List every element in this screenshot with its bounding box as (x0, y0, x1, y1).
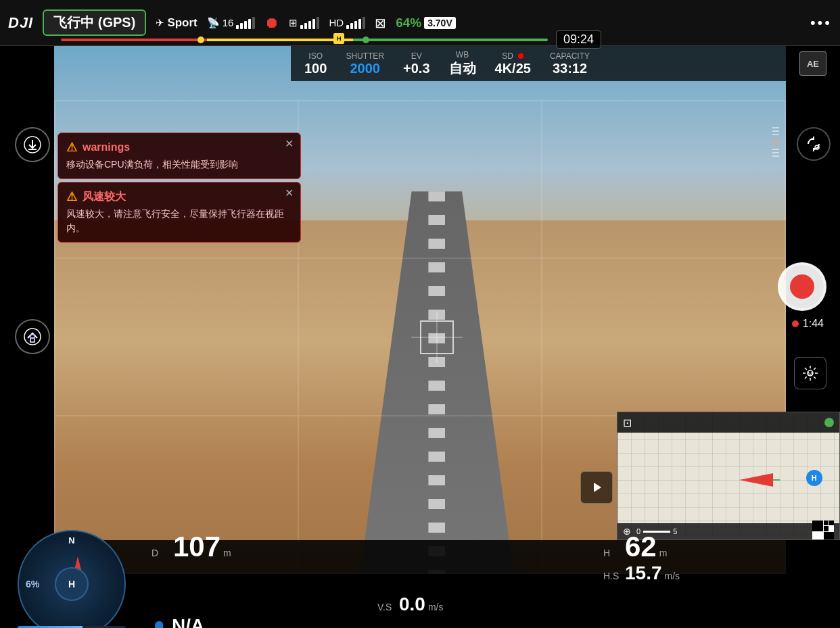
land-button[interactable] (15, 127, 50, 162)
exp-tick (772, 152, 779, 153)
battery-indicator: 64% 3.70V (396, 16, 456, 30)
warning-panel-2: ⚠ 风速较大 风速较大，请注意飞行安全，尽量保持飞行器在视距内。 ✕ (57, 182, 301, 243)
hd-indicator: HD (329, 17, 365, 29)
warning-close-1[interactable]: ✕ (285, 137, 294, 150)
record-dot-indicator (792, 320, 799, 327)
exp-tick (772, 134, 779, 135)
return-home-icon (23, 327, 42, 346)
distance-display: D 107 m (151, 533, 364, 561)
map-expand-button[interactable]: ⊡ (623, 416, 632, 429)
exp-tick (772, 127, 779, 128)
ev-value: +0.3 (403, 61, 429, 76)
altitude-value: 62 (625, 533, 657, 561)
sport-drone-icon: ✈ (156, 17, 164, 29)
return-home-button[interactable] (15, 319, 50, 354)
warning-title-1: ⚠ warnings (66, 140, 292, 155)
battery-percent: 64% (396, 16, 421, 30)
time-display: 09:24 (556, 30, 601, 49)
sport-mode-label: Sport (167, 16, 197, 30)
wb-value: 自动 (449, 59, 476, 78)
iso-value: 100 (304, 61, 327, 76)
settings-button[interactable]: M (794, 357, 826, 389)
shutter-display[interactable]: SHUTTER 2000 (346, 51, 384, 76)
svg-marker-10 (594, 483, 601, 492)
warning-icon-2: ⚠ (66, 189, 77, 204)
right-controls-top (797, 127, 831, 161)
camera-switch-icon (805, 135, 822, 153)
warning-panel-1: ⚠ warnings 移动设备CPU满负荷，相关性能受到影响 ✕ (57, 132, 301, 179)
battery-voltage: 3.70V (424, 17, 456, 29)
gimbal-indicator: ⊞ (289, 17, 319, 29)
person-icon: 👤 (151, 621, 166, 628)
shutter-value: 2000 (350, 61, 380, 76)
record-button[interactable] (778, 262, 826, 311)
recording-indicator: ⏺ (264, 14, 279, 32)
mode-symbol: ⊠ (375, 15, 386, 31)
distance-label: D (151, 548, 170, 558)
timeline: H 09:24 (61, 30, 601, 49)
ev-label: EV (411, 51, 422, 61)
person-value: N/A (172, 617, 204, 628)
exp-tick (772, 155, 779, 157)
map-gps-indicator (824, 418, 834, 427)
ev-display[interactable]: EV +0.3 (403, 51, 429, 76)
iso-display[interactable]: ISO 100 (304, 51, 327, 76)
exposure-bar (771, 127, 780, 157)
signal-indicator: 📡 16 (207, 17, 256, 29)
warning-title-2: ⚠ 风速较大 (66, 189, 292, 204)
capacity-value: 33:12 (553, 61, 587, 76)
playback-button[interactable] (580, 471, 613, 504)
warning-container: ⚠ warnings 移动设备CPU满负荷，相关性能受到影响 ✕ ⚠ 风速较大 … (57, 132, 301, 243)
gimbal-icon: ⊞ (289, 17, 298, 29)
camera-switch-button[interactable] (797, 127, 831, 161)
distance-unit: m (223, 548, 231, 558)
signal-icon: 📡 (207, 17, 220, 29)
camera-bar: ISO 100 SHUTTER 2000 EV +0.3 WB 自动 SD 4K… (291, 46, 840, 81)
hs-label: H.S (603, 571, 622, 581)
svg-point-7 (816, 147, 818, 148)
ae-label: AE (807, 59, 819, 69)
timeline-start-dot (197, 37, 204, 43)
record-time-display: 1:44 (792, 318, 824, 330)
person-distance-display: 👤 N/A (151, 617, 364, 628)
compass-home-circle: H (55, 567, 89, 601)
more-options-button[interactable]: ••• (810, 14, 832, 32)
warning-close-2[interactable]: ✕ (285, 187, 294, 199)
hs-value: 15.7 (625, 564, 662, 583)
bottom-area: N 6% H POWER D 107 m (0, 540, 840, 628)
map-drone-arrow (739, 470, 780, 493)
signal-bars (236, 17, 255, 29)
horizontal-speed-display: H.S 15.7 m/s (603, 564, 816, 592)
telemetry-grid: D 107 m H 62 m H.S 15.7 m/s V.S 0.0 (138, 527, 829, 628)
vs-unit: m/s (428, 602, 444, 612)
svg-marker-11 (739, 473, 773, 487)
playback-icon (589, 480, 604, 495)
wb-label: WB (456, 50, 469, 59)
record-inner-dot (790, 274, 814, 299)
vs-label: V.S (377, 602, 396, 612)
drone-direction-arrow (739, 470, 780, 490)
vs-value: 0.0 (399, 595, 425, 614)
compass-north-label: N (68, 535, 74, 546)
land-icon (23, 135, 42, 154)
record-time-value: 1:44 (803, 318, 824, 330)
compass-h-label: H (68, 579, 75, 589)
dji-logo: DJI (8, 14, 33, 32)
settings-icon: M (801, 364, 819, 382)
hd-label: HD (329, 17, 344, 28)
map-home-marker: H (806, 470, 822, 486)
warning-text-1: 移动设备CPU满负荷，相关性能受到影响 (66, 158, 292, 172)
exp-tick (772, 130, 779, 132)
left-controls (15, 127, 50, 354)
resolution-value: 4K/25 (495, 61, 531, 76)
wb-display[interactable]: WB 自动 (449, 50, 476, 78)
sd-label: SD (502, 51, 523, 61)
shutter-label: SHUTTER (346, 51, 384, 61)
iso-label: ISO (308, 51, 323, 61)
exp-dot (771, 137, 780, 147)
sport-mode-indicator[interactable]: ✈ Sport (156, 16, 197, 30)
compass-percent: 6% (26, 579, 39, 589)
video-area: ⚠ warnings 移动设备CPU满负荷，相关性能受到影响 ✕ ⚠ 风速较大 … (0, 46, 840, 628)
vertical-speed-display: V.S 0.0 m/s (377, 595, 590, 614)
sd-display: SD 4K/25 (495, 51, 531, 76)
